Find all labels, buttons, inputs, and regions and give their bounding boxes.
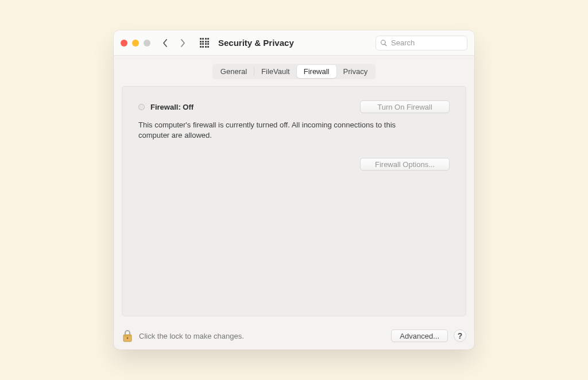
firewall-options-row: Firewall Options...: [138, 158, 450, 170]
lock-icon[interactable]: [122, 329, 133, 343]
firewall-status-wrap: Firewall: Off: [138, 103, 194, 111]
help-button[interactable]: ?: [454, 329, 466, 342]
window-footer: Click the lock to make changes. Advanced…: [114, 322, 474, 350]
firewall-status-label: Firewall: Off: [150, 103, 194, 111]
advanced-button[interactable]: Advanced...: [391, 329, 448, 342]
tab-filevault[interactable]: FileVault: [254, 65, 297, 78]
turn-on-firewall-button[interactable]: Turn On Firewall: [360, 100, 450, 113]
close-window-button[interactable]: [121, 40, 127, 46]
firewall-options-button[interactable]: Firewall Options...: [360, 158, 450, 170]
status-indicator-off-icon: [138, 104, 145, 110]
firewall-status-row: Firewall: Off Turn On Firewall: [138, 100, 450, 113]
back-button[interactable]: [160, 35, 171, 51]
svg-point-2: [127, 338, 129, 339]
lock-hint-text: Click the lock to make changes.: [139, 332, 385, 340]
window-toolbar: Security & Privacy: [114, 30, 474, 56]
minimize-window-button[interactable]: [132, 40, 139, 46]
zoom-window-button[interactable]: [144, 40, 150, 46]
search-icon: [380, 39, 388, 46]
tab-firewall[interactable]: Firewall: [297, 65, 336, 78]
preferences-window: Security & Privacy General FileVault Fir…: [114, 30, 474, 350]
show-all-button[interactable]: [199, 37, 210, 49]
forward-button[interactable]: [177, 35, 188, 51]
traffic-lights: [121, 40, 150, 46]
window-title: Security & Privacy: [218, 38, 294, 48]
tab-bar: General FileVault Firewall Privacy: [212, 64, 376, 79]
search-field-wrap: [376, 36, 467, 51]
tab-privacy[interactable]: Privacy: [336, 65, 375, 78]
firewall-description: This computer's firewall is currently tu…: [138, 120, 403, 141]
search-input[interactable]: [376, 36, 467, 51]
tabs-row: General FileVault Firewall Privacy: [114, 56, 474, 86]
svg-rect-1: [123, 335, 131, 336]
tab-general[interactable]: General: [214, 65, 254, 78]
firewall-panel: Firewall: Off Turn On Firewall This comp…: [122, 86, 466, 316]
